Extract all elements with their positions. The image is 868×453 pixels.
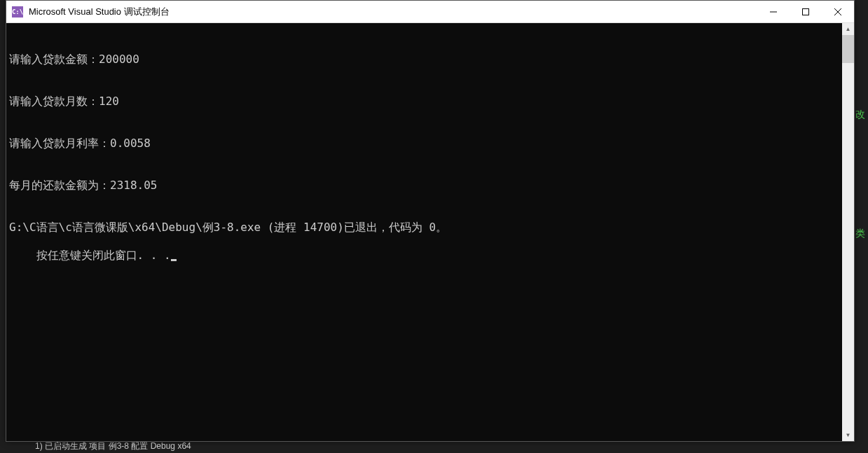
- console-line: 请输入贷款月利率：0.0058: [9, 137, 851, 151]
- vertical-scrollbar[interactable]: ▲ ▼: [842, 23, 854, 441]
- console-line: 每月的还款金额为：2318.05: [9, 179, 851, 193]
- console-line: G:\C语言\c语言微课版\x64\Debug\例3-8.exe (进程 147…: [9, 221, 851, 235]
- titlebar[interactable]: C:\ Microsoft Visual Studio 调试控制台: [6, 1, 854, 23]
- minimize-button[interactable]: [757, 1, 790, 22]
- window-title: Microsoft Visual Studio 调试控制台: [29, 6, 170, 18]
- maximize-icon: [802, 8, 809, 15]
- app-icon: C:\: [12, 6, 23, 18]
- scroll-up-button[interactable]: ▲: [842, 23, 854, 35]
- minimize-icon: [770, 8, 777, 15]
- maximize-button[interactable]: [790, 1, 822, 22]
- scroll-down-button[interactable]: ▼: [842, 429, 854, 441]
- console-line: 请输入贷款金额：200000: [9, 53, 851, 67]
- ide-status-bar: 1) 已启动生成 项目 例3-8 配置 Debug x64: [0, 440, 868, 453]
- titlebar-left: C:\ Microsoft Visual Studio 调试控制台: [6, 6, 170, 18]
- scrollbar-thumb[interactable]: [842, 35, 854, 63]
- console-line: 按任意键关闭此窗口. . .: [36, 249, 177, 262]
- console-line: 请输入贷款月数：120: [9, 95, 851, 109]
- close-icon: [834, 8, 841, 15]
- close-button[interactable]: [822, 1, 854, 22]
- svg-rect-1: [803, 8, 809, 15]
- console-window: C:\ Microsoft Visual Studio 调试控制台 请输入贷款金…: [6, 0, 855, 442]
- window-controls: [757, 1, 854, 22]
- cursor: [171, 259, 177, 261]
- console-body[interactable]: 请输入贷款金额：200000 请输入贷款月数：120 请输入贷款月利率：0.00…: [6, 23, 854, 441]
